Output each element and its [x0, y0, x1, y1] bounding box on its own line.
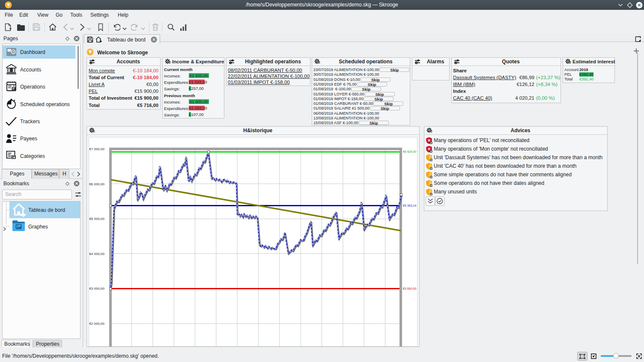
svg-text:€3 000,00: €3 000,00: [89, 287, 104, 291]
svg-text:€5 000,00: €5 000,00: [89, 217, 104, 221]
svg-text:€6 929,00: €6 929,00: [403, 150, 416, 153]
svg-text:€2 000,00: €2 000,00: [89, 322, 104, 326]
svg-text:€6 000,00: €6 000,00: [89, 182, 104, 186]
svg-text:€3 000,00: €3 000,00: [403, 287, 416, 290]
svg-text:€7 000,00: €7 000,00: [89, 147, 104, 151]
svg-text:€4 000,00: €4 000,00: [89, 252, 104, 256]
svg-text:€5 393,14: €5 393,14: [403, 204, 416, 207]
